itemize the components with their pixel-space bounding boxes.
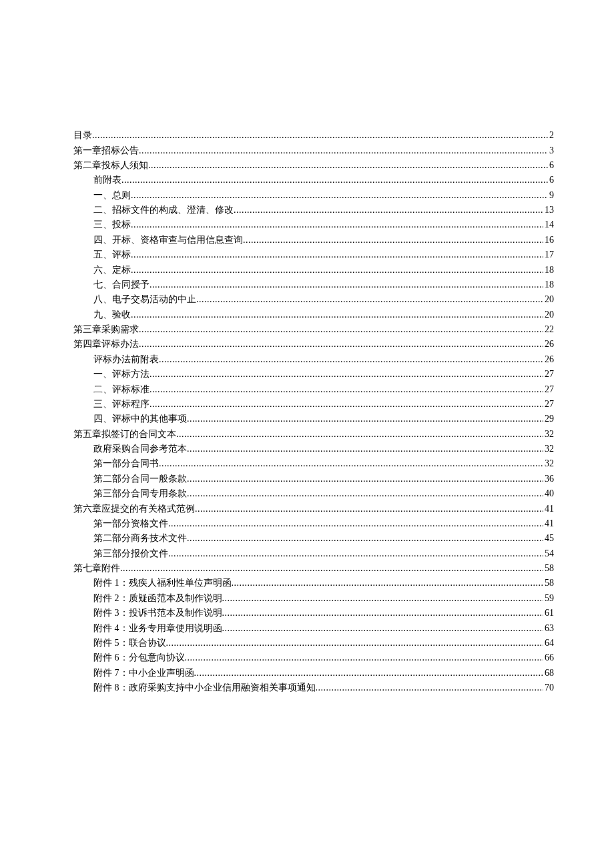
toc-leader	[131, 266, 543, 275]
toc-label: 二、招标文件的构成、澄清、修改	[93, 205, 234, 215]
toc-label: 四、开标、资格审查与信用信息查询	[93, 236, 243, 245]
toc-page-number: 32	[543, 430, 554, 439]
toc-leader	[92, 131, 548, 140]
toc-entry[interactable]: 第三章采购需求22	[73, 322, 554, 337]
toc-leader	[149, 385, 543, 394]
toc-leader	[187, 414, 543, 424]
toc-entry[interactable]: 六、定标18	[73, 262, 554, 277]
toc-page-number: 22	[543, 325, 554, 334]
toc-leader	[131, 310, 543, 320]
toc-leader	[195, 504, 543, 514]
toc-entry[interactable]: 第三部分报价文件54	[73, 546, 554, 561]
toc-leader	[159, 459, 543, 468]
toc-entry[interactable]: 第五章拟签订的合同文本32	[73, 427, 554, 442]
toc-entry[interactable]: 第四章评标办法26	[73, 337, 554, 352]
toc-label: 第一部分资格文件	[93, 519, 168, 528]
toc-leader	[131, 250, 543, 260]
toc-entry[interactable]: 第二章投标人须知6	[73, 158, 554, 173]
toc-entry[interactable]: 评标办法前附表26	[73, 352, 554, 367]
toc-page-number: 58	[543, 564, 554, 573]
toc-page-number: 27	[543, 370, 554, 379]
toc-entry[interactable]: 附件 4：业务专用章使用说明函 63	[73, 620, 554, 635]
toc-entry[interactable]: 附件 3：投诉书范本及制作说明 61	[73, 606, 554, 620]
toc-leader	[187, 489, 543, 498]
toc-entry[interactable]: 二、招标文件的构成、澄清、修改13	[73, 203, 554, 218]
toc-leader	[222, 608, 544, 618]
toc-entry[interactable]: 四、评标中的其他事项29	[73, 412, 554, 426]
toc-leader	[222, 624, 544, 633]
toc-leader	[149, 400, 543, 409]
toc-page-number: 45	[543, 534, 554, 543]
toc-label: 第六章应提交的有关格式范例	[73, 504, 195, 514]
toc-label: 附件 2：质疑函范本及制作说明	[93, 594, 222, 603]
toc-entry[interactable]: 二、评标标准27	[73, 382, 554, 396]
toc-page-number: 32	[543, 459, 554, 468]
toc-page-number: 41	[543, 519, 554, 528]
toc-label: 第二部分商务技术文件	[93, 534, 187, 543]
toc-label: 六、定标	[93, 266, 131, 275]
toc-label: 七、合同授予	[93, 280, 149, 290]
toc-entry[interactable]: 附件 7：中小企业声明函 68	[73, 666, 554, 681]
toc-entry[interactable]: 前附表6	[73, 173, 554, 187]
toc-entry[interactable]: 一、评标方法27	[73, 367, 554, 382]
toc-page-number: 58	[543, 578, 554, 588]
toc-label: 一、评标方法	[93, 370, 149, 379]
toc-entry[interactable]: 第七章附件58	[73, 561, 554, 576]
toc-entry[interactable]: 第二部分合同一般条款36	[73, 472, 554, 486]
toc-leader	[222, 594, 544, 603]
toc-entry[interactable]: 附件 1：残疾人福利性单位声明函 58	[73, 576, 554, 590]
toc-entry[interactable]: 第一部分合同书32	[73, 456, 554, 471]
toc-entry[interactable]: 第六章应提交的有关格式范例41	[73, 501, 554, 516]
toc-label: 第三部分合同专用条款	[93, 489, 187, 498]
toc-label: 八、电子交易活动的中止	[93, 295, 196, 304]
toc-entry[interactable]: 第一部分资格文件41	[73, 516, 554, 531]
toc-entry[interactable]: 第一章招标公告3	[73, 143, 554, 157]
toc-leader	[149, 370, 543, 379]
toc-leader	[148, 161, 548, 170]
table-of-contents: 目录2第一章招标公告3第二章投标人须知6前附表6一、总则9二、招标文件的构成、澄…	[73, 128, 554, 695]
toc-entry[interactable]: 附件 5：联合协议 64	[73, 636, 554, 650]
toc-entry[interactable]: 附件 8：政府采购支持中小企业信用融资相关事项通知 70	[73, 681, 554, 695]
toc-page-number: 59	[543, 594, 554, 603]
toc-page-number: 3	[548, 146, 554, 155]
toc-page-number: 13	[543, 205, 554, 215]
toc-entry[interactable]: 八、电子交易活动的中止20	[73, 292, 554, 307]
toc-label: 政府采购合同参考范本	[93, 444, 187, 454]
toc-leader	[131, 220, 543, 230]
toc-page-number: 14	[543, 220, 554, 230]
toc-page-number: 41	[543, 504, 554, 514]
toc-entry[interactable]: 第二部分商务技术文件45	[73, 531, 554, 546]
toc-label: 附件 6：分包意向协议	[93, 653, 185, 663]
toc-page-number: 32	[543, 444, 554, 454]
toc-entry[interactable]: 三、投标14	[73, 218, 554, 232]
toc-page-number: 26	[543, 340, 554, 349]
toc-entry[interactable]: 附件 2：质疑函范本及制作说明 59	[73, 591, 554, 606]
toc-leader	[168, 519, 543, 528]
toc-entry[interactable]: 五、评标17	[73, 248, 554, 262]
toc-entry[interactable]: 四、开标、资格审查与信用信息查询16	[73, 233, 554, 248]
toc-entry[interactable]: 七、合同授予18	[73, 278, 554, 292]
toc-label: 第四章评标办法	[73, 340, 139, 349]
toc-leader	[120, 564, 543, 573]
toc-leader	[159, 355, 543, 364]
toc-page-number: 27	[543, 385, 554, 394]
toc-page-number: 54	[543, 549, 554, 558]
toc-entry[interactable]: 目录2	[73, 128, 554, 143]
toc-label: 三、评标程序	[93, 400, 149, 409]
document-page: 目录2第一章招标公告3第二章投标人须知6前附表6一、总则9二、招标文件的构成、澄…	[0, 0, 614, 722]
toc-entry[interactable]: 政府采购合同参考范本32	[73, 442, 554, 456]
toc-page-number: 2	[548, 131, 554, 140]
toc-label: 评标办法前附表	[93, 355, 159, 364]
toc-leader	[187, 534, 543, 543]
toc-entry[interactable]: 九、验收20	[73, 308, 554, 322]
toc-label: 目录	[73, 131, 92, 140]
toc-entry[interactable]: 第三部分合同专用条款40	[73, 486, 554, 501]
toc-page-number: 9	[548, 191, 554, 200]
toc-entry[interactable]: 附件 6：分包意向协议 66	[73, 650, 554, 665]
toc-leader	[234, 205, 543, 215]
toc-leader	[316, 683, 544, 693]
toc-label: 第二章投标人须知	[73, 161, 148, 170]
toc-label: 附件 7：中小企业声明函	[93, 669, 194, 678]
toc-entry[interactable]: 三、评标程序27	[73, 397, 554, 412]
toc-entry[interactable]: 一、总则9	[73, 188, 554, 203]
